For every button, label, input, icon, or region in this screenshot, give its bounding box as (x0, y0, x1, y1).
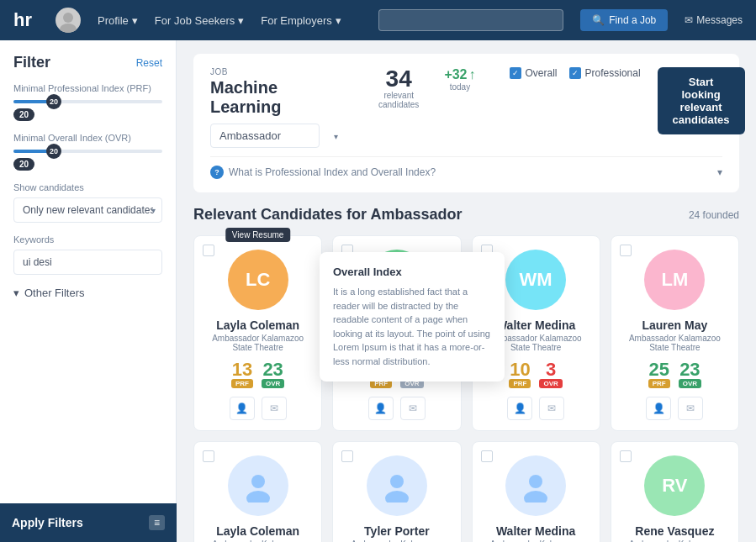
avatar[interactable] (56, 8, 81, 33)
candidate-card[interactable]: Tyler PorterAmbassador Kalamazoo State T… (332, 441, 461, 542)
candidate-scores: 25PRF23OVR (648, 360, 701, 388)
candidate-card[interactable]: LMLauren MayAmbassador Kalamazoo State T… (611, 235, 739, 431)
candidate-name: Rene Vasquez (635, 524, 714, 538)
sidebar-title: Filter (13, 54, 50, 71)
relevant-count: 34 (386, 67, 412, 91)
avatar: RV (644, 455, 705, 516)
message-action-button[interactable]: ✉ (400, 397, 426, 420)
candidate-card[interactable]: Layla ColemanAmbassador Kalamazoo State … (193, 441, 322, 542)
ovr-score: 3OVR (539, 360, 562, 388)
card-checkbox[interactable] (203, 450, 214, 462)
message-action-button[interactable]: ✉ (262, 397, 287, 420)
logo: hr (13, 9, 32, 31)
question-row[interactable]: ? What is Professional Index and Overall… (210, 156, 722, 179)
sidebar: Filter Reset Minimal Professional Index … (0, 40, 177, 542)
message-action-button[interactable]: ✉ (539, 397, 564, 420)
card-checkbox[interactable] (481, 450, 493, 462)
nav-employers[interactable]: For Employers ▾ (261, 14, 341, 27)
profile-action-button[interactable]: 👤 (507, 397, 532, 420)
card-checkbox[interactable] (341, 450, 353, 462)
card-actions: 👤✉ (368, 397, 426, 420)
prf-label: Minimal Professional Index (PRF) (13, 83, 162, 93)
avatar-placeholder (228, 455, 288, 516)
prf-score: 10PRF (509, 360, 531, 388)
show-candidates-label: Show candidates (13, 182, 162, 192)
overall-checkbox[interactable]: ✓ Overall (510, 67, 558, 79)
profile-action-button[interactable]: 👤 (368, 397, 394, 420)
messages-link[interactable]: ✉ Messages (685, 14, 743, 26)
reset-button[interactable]: Reset (136, 57, 162, 69)
job-title: Machine Learning (210, 78, 345, 117)
ovr-value-badge: 20 (13, 158, 34, 171)
candidate-name: Walter Medina (496, 318, 575, 332)
relevant-label: relevant candidates (378, 91, 419, 109)
candidate-name: Tyler Porter (364, 524, 430, 538)
prf-score: 13PRF (231, 360, 253, 388)
prf-value-badge: 20 (13, 108, 34, 121)
avatar: LM (644, 250, 705, 310)
filter-checkboxes: ✓ Overall ✓ Professional (510, 67, 641, 79)
avatar: LC (228, 250, 288, 310)
nav-job-seekers[interactable]: For Job Seekers ▾ (155, 14, 244, 27)
avatar-placeholder (505, 455, 566, 516)
position-select-arrow: ▾ (334, 131, 338, 140)
prf-slider-track: 20 (13, 100, 162, 103)
candidate-name: Layla Coleman (216, 318, 299, 332)
ovr-slider-fill (13, 150, 50, 153)
relevant-count-block: 34 relevant candidates (378, 67, 419, 109)
ovr-score: 23OVR (679, 360, 701, 388)
start-looking-button[interactable]: Start looking relevant candidates (658, 67, 745, 134)
find-job-button[interactable]: 🔍 Find a Job (580, 9, 668, 31)
card-checkbox[interactable] (620, 450, 632, 462)
ovr-label: Minimal Overall Index (OVR) (13, 133, 162, 143)
candidate-name: Layla Coleman (216, 524, 299, 538)
ovr-slider-track: 20 (13, 150, 162, 153)
svg-point-4 (390, 475, 404, 488)
candidate-sub: Ambassador Kalamazoo State Theatre (621, 334, 728, 352)
candidate-card[interactable]: Walter MedinaAmbassador Kalamazoo State … (472, 441, 600, 542)
prf-filter: Minimal Professional Index (PRF) 20 20 (13, 83, 162, 121)
svg-point-1 (60, 24, 77, 33)
apply-filters-button[interactable]: Apply Filters ≡ (0, 503, 177, 542)
question-icon: ? (210, 166, 224, 179)
nav-search-input[interactable] (378, 9, 563, 31)
card-checkbox[interactable] (203, 245, 214, 256)
card-checkbox[interactable] (620, 245, 632, 256)
candidate-card[interactable]: View ResumeLCLayla ColemanAmbassador Kal… (193, 235, 322, 431)
candidate-name: Lauren May (642, 318, 707, 332)
svg-point-0 (63, 13, 73, 23)
question-chevron: ▾ (717, 166, 722, 178)
card-actions: 👤✉ (646, 397, 703, 420)
candidate-card[interactable]: RVRene VasquezAmbassador Kalamazoo State… (611, 441, 739, 542)
candidate-scores: 10PRF3OVR (509, 360, 562, 388)
nav-profile[interactable]: Profile ▾ (98, 14, 138, 27)
profile-action-button[interactable]: 👤 (230, 397, 255, 420)
avatar: WM (505, 250, 566, 310)
ovr-slider-thumb[interactable]: 20 (46, 144, 61, 159)
candidate-sub: Ambassador Kalamazoo State Theatre (204, 334, 311, 352)
job-position-select[interactable]: Ambassador Engineer Developer (210, 124, 320, 148)
today-label: today (450, 82, 470, 92)
prf-slider-fill (13, 100, 50, 103)
job-card: Job Machine Learning Ambassador Engineer… (193, 54, 739, 192)
tooltip-text: It is a long established fact that a rea… (333, 285, 491, 368)
card-actions: 👤✉ (230, 397, 287, 420)
keywords-input[interactable] (13, 250, 162, 275)
professional-checkbox[interactable]: ✓ Professional (569, 67, 641, 79)
ovr-score: 23OVR (262, 360, 284, 388)
keywords-label: Keywords (13, 234, 162, 245)
show-candidates-select[interactable]: Only new relevant candidates All candida… (13, 197, 162, 223)
ovr-filter: Minimal Overall Index (OVR) 20 20 (13, 133, 162, 171)
svg-point-3 (246, 491, 270, 503)
founded-label: 24 founded (689, 209, 739, 221)
question-text: What is Professional Index and Overall I… (229, 166, 436, 178)
change-value: +32 ↑ (444, 67, 475, 82)
message-action-button[interactable]: ✉ (678, 397, 703, 420)
show-candidates-filter: Show candidates Only new relevant candid… (13, 182, 162, 223)
profile-action-button[interactable]: 👤 (646, 397, 671, 420)
navbar: hr Profile ▾ For Job Seekers ▾ For Emplo… (0, 0, 756, 40)
candidates-section-header: Relevant Candidates for Ambassador 24 fo… (193, 206, 739, 224)
prf-slider-thumb[interactable]: 20 (46, 94, 61, 109)
other-filters-toggle[interactable]: ▾ Other Filters (13, 287, 162, 299)
svg-point-5 (385, 491, 409, 503)
